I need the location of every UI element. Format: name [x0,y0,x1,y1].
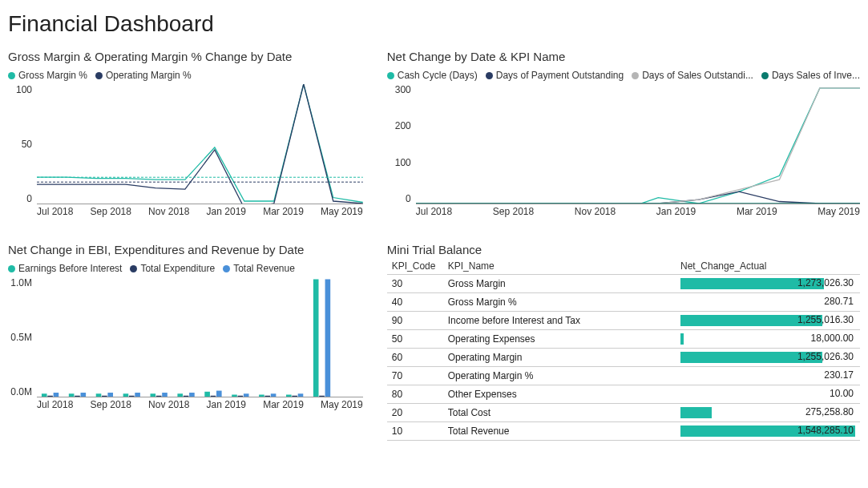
y-axis: 3002001000 [387,84,414,204]
table-row[interactable]: 90Income before Interest and Tax1,255,01… [387,312,860,330]
y-tick: 300 [387,84,414,95]
bar [259,395,264,397]
x-tick: Sep 2018 [493,206,534,220]
cell-kpi-name: Gross Margin [443,275,676,293]
cell-net-change: 1,273,026.30 [676,275,860,293]
legend-label: Days of Sales Outstandi... [642,70,753,81]
bar [69,393,75,397]
y-tick: 50 [8,139,35,150]
legend-item[interactable]: Operating Margin % [95,70,192,81]
x-tick: May 2019 [321,399,363,413]
x-tick: Jul 2018 [37,399,73,413]
bar-value: 280.71 [824,296,854,307]
cell-kpi-code: 60 [387,349,443,367]
column-header[interactable]: KPI_Code [387,258,443,275]
panel-gross-operating-margin[interactable]: Gross Margin & Operating Margin % Change… [8,50,363,220]
legend-dot-icon [486,72,493,79]
x-tick: Jul 2018 [37,206,73,220]
panel-ebi-expenditure-revenue[interactable]: Net Change in EBI, Expenditures and Reve… [8,243,363,441]
legend-label: Total Revenue [233,263,295,274]
table-row[interactable]: 60Operating Margin1,255,026.30 [387,349,860,367]
x-tick: Sep 2018 [91,399,131,413]
x-tick: Mar 2019 [263,399,304,413]
cell-kpi-code: 40 [387,293,443,312]
cell-net-change: 275,258.80 [676,404,860,422]
chart-title: Net Change in EBI, Expenditures and Reve… [8,243,363,256]
legend-item[interactable]: Cash Cycle (Days) [387,70,478,81]
table-row[interactable]: 80Other Expenses10.00 [387,385,860,404]
bar [102,396,107,397]
legend-label: Earnings Before Interest [18,263,122,274]
x-axis: Jul 2018Sep 2018Nov 2018Jan 2019Mar 2019… [37,399,363,413]
table-row[interactable]: 30Gross Margin1,273,026.30 [387,275,860,293]
line-series [416,88,860,204]
bar-fill [680,407,712,418]
legend-item[interactable]: Total Revenue [223,263,295,274]
trial-balance-table: KPI_CodeKPI_NameNet_Change_Actual 30Gros… [387,258,860,441]
legend-item[interactable]: Days of Payment Outstanding [486,70,624,81]
table-row[interactable]: 50Operating Expenses18,000.00 [387,330,860,349]
cell-kpi-name: Operating Margin % [443,367,676,385]
bar-value: 1,255,026.30 [797,351,854,362]
bar [162,393,168,397]
bar [286,395,292,397]
cell-net-change: 1,548,285.10 [676,422,860,441]
legend-label: Total Expenditure [140,263,215,274]
x-tick: Nov 2018 [575,206,616,220]
cell-kpi-code: 20 [387,404,443,422]
line-series [37,84,363,204]
bar [204,392,210,397]
bar [244,393,249,397]
cell-net-change: 280.71 [676,293,860,312]
legend-item[interactable]: Gross Margin % [8,70,87,81]
legend-item[interactable]: Total Expenditure [130,263,215,274]
cell-net-change: 10.00 [676,385,860,404]
legend-item[interactable]: Days of Sales Outstandi... [632,70,753,81]
cell-kpi-name: Total Cost [443,404,676,422]
cell-kpi-code: 70 [387,367,443,385]
bar [107,393,113,397]
table-row[interactable]: 10Total Revenue1,548,285.10 [387,422,860,441]
cell-net-change: 18,000.00 [676,330,860,349]
y-tick: 0 [387,193,414,204]
bar-value: 10.00 [830,388,854,399]
plot-area [37,277,363,397]
legend-dot-icon [8,265,15,272]
bar [47,396,53,397]
bar [129,396,135,397]
cell-kpi-name: Operating Expenses [443,330,676,349]
table-row[interactable]: 70Operating Margin %230.17 [387,367,860,385]
x-tick: Jul 2018 [416,206,452,220]
bar [81,393,87,397]
legend-label: Cash Cycle (Days) [398,70,478,81]
chart-area: 100500 Jul 2018Sep 2018Nov 2018Jan 2019M… [8,84,363,220]
column-header[interactable]: Net_Change_Actual [676,258,860,275]
cell-net-change: 1,255,026.30 [676,349,860,367]
bar [42,393,47,397]
column-header[interactable]: KPI_Name [443,258,676,275]
table-row[interactable]: 40Gross Margin %280.71 [387,293,860,312]
bar [54,393,59,397]
chart-legend: Earnings Before InterestTotal Expenditur… [8,263,363,274]
bar [75,396,80,397]
bar-value: 18,000.00 [811,333,854,344]
y-tick: 1.0M [8,277,35,288]
dashboard-grid: Gross Margin & Operating Margin % Change… [8,50,860,441]
cell-net-change: 230.17 [676,367,860,385]
bar-value: 1,273,026.30 [797,277,854,288]
legend-label: Operating Margin % [106,70,192,81]
cell-kpi-code: 90 [387,312,443,330]
table-row[interactable]: 20Total Cost275,258.80 [387,404,860,422]
chart-legend: Gross Margin %Operating Margin % [8,70,363,81]
legend-dot-icon [387,72,394,79]
bar-value: 275,258.80 [805,406,854,417]
chart-area: 1.0M0.5M0.0M Jul 2018Sep 2018Nov 2018Jan… [8,277,363,413]
bar [264,396,270,397]
bar-value: 1,255,016.30 [797,314,854,325]
panel-net-change-kpi[interactable]: Net Change by Date & KPI Name Cash Cycle… [387,50,860,220]
legend-item[interactable]: Earnings Before Interest [8,263,122,274]
legend-item[interactable]: Days Sales of Inve... [761,70,860,81]
panel-mini-trial-balance[interactable]: Mini Trial Balance KPI_CodeKPI_NameNet_C… [387,243,860,441]
bar [216,391,222,397]
legend-dot-icon [130,265,137,272]
